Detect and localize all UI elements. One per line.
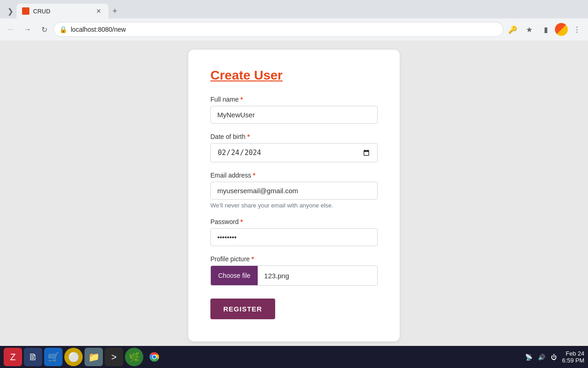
taskbar-store-icon[interactable]: 🛒 — [44, 348, 62, 366]
power-icon: ⏻ — [551, 354, 557, 361]
taskbar-settings-icon[interactable]: ⚪ — [64, 348, 83, 366]
email-input[interactable] — [210, 182, 378, 200]
dob-required-star: * — [247, 133, 249, 140]
sidebar-toggle-icon[interactable]: ▮ — [538, 22, 553, 37]
email-group: Email address * We'll never share your e… — [210, 172, 378, 209]
profile-avatar[interactable] — [555, 23, 568, 36]
tab-title: CRUD — [33, 8, 91, 15]
back-button[interactable]: ← — [4, 22, 18, 37]
dob-label: Date of birth * — [210, 133, 378, 140]
dob-group: Date of birth * — [210, 133, 378, 162]
active-tab[interactable]: CRUD ✕ — [17, 4, 108, 18]
new-tab-button[interactable]: + — [108, 5, 121, 17]
taskbar-chrome-icon[interactable] — [145, 348, 164, 366]
password-group: Password * — [210, 218, 378, 246]
system-tray: 📡 🔊 ⏻ Feb 24 6:59 PM — [525, 350, 584, 364]
file-input-wrapper: Choose file 123.png — [210, 265, 378, 286]
fullname-required-star: * — [240, 96, 243, 103]
bookmark-icon[interactable]: ★ — [522, 22, 537, 37]
register-button[interactable]: REGISTER — [210, 299, 275, 319]
choose-file-button[interactable]: Choose file — [211, 266, 258, 285]
page-content: Create User Full name * Date of birth * … — [0, 40, 588, 346]
profile-picture-required-star: * — [251, 255, 254, 263]
taskbar: Z 🗎 🛒 ⚪ 📁 > 🌿 📡 🔊 ⏻ Feb 24 6:59 PM — [0, 346, 588, 368]
tab-search-button[interactable]: ❯ — [4, 5, 17, 17]
profile-picture-group: Profile picture * Choose file 123.png — [210, 255, 378, 286]
fullname-input[interactable] — [210, 106, 378, 124]
browser-chrome: ❯ CRUD ✕ + ← → ↻ 🔒 🔑 ★ ▮ ⋮ — [0, 0, 588, 40]
email-label: Email address * — [210, 172, 378, 179]
password-required-star: * — [240, 218, 243, 225]
url-input[interactable] — [71, 26, 498, 33]
forward-button[interactable]: → — [20, 22, 35, 37]
email-required-star: * — [253, 172, 255, 179]
create-user-form: Create User Full name * Date of birth * … — [188, 50, 400, 341]
file-name-display: 123.png — [258, 272, 377, 280]
taskbar-time-display: 6:59 PM — [562, 357, 584, 364]
password-label: Password * — [210, 218, 378, 225]
dob-input[interactable] — [210, 143, 378, 162]
taskbar-filemanager-icon[interactable]: 📁 — [85, 348, 103, 366]
password-input[interactable] — [210, 228, 378, 246]
profile-picture-label: Profile picture * — [210, 255, 378, 263]
fullname-label: Full name * — [210, 96, 378, 103]
taskbar-datetime: Feb 24 6:59 PM — [562, 350, 584, 364]
tab-close-button[interactable]: ✕ — [95, 7, 103, 15]
address-bar[interactable]: 🔒 — [53, 22, 503, 37]
lock-icon: 🔒 — [59, 26, 67, 33]
volume-icon: 🔊 — [538, 354, 545, 361]
nav-right-buttons: 🔑 ★ ▮ ⋮ — [505, 22, 584, 37]
svg-point-2 — [153, 356, 156, 359]
taskbar-leaf-icon[interactable]: 🌿 — [125, 348, 143, 366]
password-manager-icon[interactable]: 🔑 — [505, 22, 520, 37]
menu-icon[interactable]: ⋮ — [570, 22, 584, 37]
taskbar-files-icon[interactable]: 🗎 — [24, 348, 42, 366]
email-help-text: We'll never share your email with anyone… — [210, 202, 378, 209]
reload-button[interactable]: ↻ — [37, 22, 51, 37]
tab-bar: ❯ CRUD ✕ + — [0, 0, 588, 18]
tab-favicon — [22, 7, 29, 15]
taskbar-zotero-icon[interactable]: Z — [4, 348, 22, 366]
taskbar-terminal-icon[interactable]: > — [105, 348, 123, 366]
taskbar-date: Feb 24 — [562, 350, 584, 357]
fullname-group: Full name * — [210, 96, 378, 124]
wifi-icon: 📡 — [525, 354, 532, 361]
form-title: Create User — [210, 68, 378, 83]
nav-bar: ← → ↻ 🔒 🔑 ★ ▮ ⋮ — [0, 18, 588, 40]
